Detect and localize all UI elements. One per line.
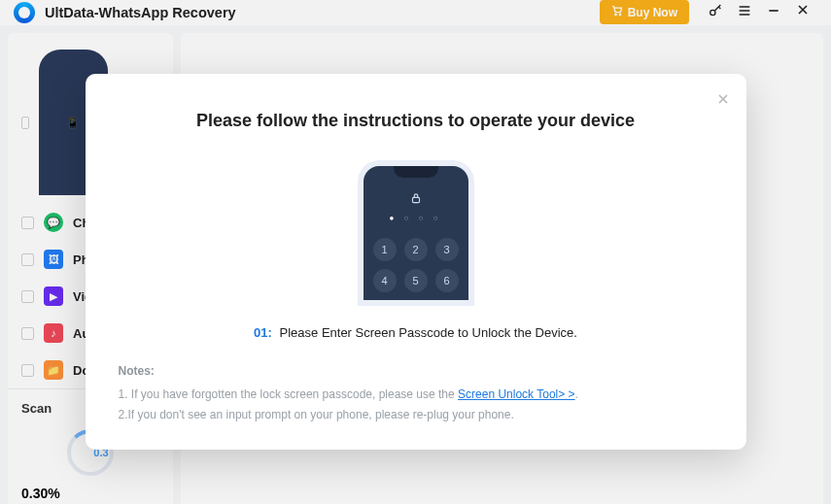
app-window: UltData-WhatsApp Recovery Buy Now 📱 iPho… xyxy=(0,0,831,504)
keypad-key: 1 xyxy=(373,238,397,261)
note-1: 1. If you have forgotten the lock screen… xyxy=(119,385,713,404)
modal-title: Please follow the instructions to operat… xyxy=(115,111,717,131)
step-number: 01: xyxy=(254,325,272,340)
screen-unlock-link[interactable]: Screen Unlock Tool> > xyxy=(458,387,575,401)
svg-rect-3 xyxy=(412,197,419,202)
passcode-dots: ● ○ ○ ○ xyxy=(364,214,468,222)
note-2: 2.If you don't see an input prompt on yo… xyxy=(119,405,713,424)
notes-title: Notes: xyxy=(119,361,713,381)
notes-section: Notes: 1. If you have forgotten the lock… xyxy=(115,361,717,424)
keypad-key: 4 xyxy=(373,269,397,292)
lock-icon xyxy=(364,191,468,208)
keypad-key: 6 xyxy=(435,269,459,292)
keypad-key: 2 xyxy=(404,238,428,261)
phone-illustration: ● ○ ○ ○ 1 2 3 4 5 6 xyxy=(115,160,717,306)
modal-backdrop: Please follow the instructions to operat… xyxy=(0,0,831,504)
modal-close-button[interactable] xyxy=(715,87,731,113)
instruction-modal: Please follow the instructions to operat… xyxy=(86,74,746,450)
step-text: Please Enter Screen Passcode to Unlock t… xyxy=(280,325,577,340)
keypad-key: 3 xyxy=(435,238,459,261)
keypad: 1 2 3 4 5 6 xyxy=(364,238,468,292)
keypad-key: 5 xyxy=(404,269,428,292)
instruction-step: 01: Please Enter Screen Passcode to Unlo… xyxy=(115,325,717,340)
